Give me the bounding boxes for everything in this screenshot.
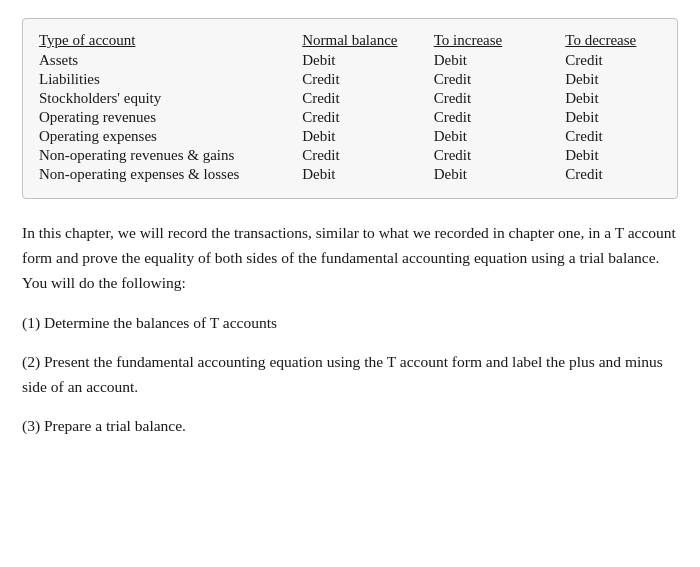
account-table: Type of account Normal balance To increa… bbox=[39, 31, 661, 184]
list-item-1: (1) Determine the balances of T accounts bbox=[22, 311, 678, 336]
cell-account-5: Non-operating revenues & gains bbox=[39, 146, 302, 165]
cell-account-3: Operating revenues bbox=[39, 108, 302, 127]
cell-normal-3: Credit bbox=[302, 108, 434, 127]
table-row: LiabilitiesCreditCreditDebit bbox=[39, 70, 661, 89]
list-item-text-3: (3) Prepare a trial balance. bbox=[22, 414, 678, 439]
cell-normal-1: Credit bbox=[302, 70, 434, 89]
cell-decrease-4: Credit bbox=[565, 127, 661, 146]
table-row: Non-operating revenues & gainsCreditCred… bbox=[39, 146, 661, 165]
col-header-account: Type of account bbox=[39, 31, 302, 51]
list-item-text-1: (1) Determine the balances of T accounts bbox=[22, 311, 678, 336]
cell-account-6: Non-operating expenses & losses bbox=[39, 165, 302, 184]
cell-normal-0: Debit bbox=[302, 51, 434, 70]
table-row: Operating revenuesCreditCreditDebit bbox=[39, 108, 661, 127]
cell-increase-4: Debit bbox=[434, 127, 566, 146]
col-header-increase: To increase bbox=[434, 31, 566, 51]
cell-account-0: Assets bbox=[39, 51, 302, 70]
col-header-normal: Normal balance bbox=[302, 31, 434, 51]
cell-increase-1: Credit bbox=[434, 70, 566, 89]
cell-increase-5: Credit bbox=[434, 146, 566, 165]
list-item-text-2: (2) Present the fundamental accounting e… bbox=[22, 350, 678, 400]
cell-normal-6: Debit bbox=[302, 165, 434, 184]
cell-increase-0: Debit bbox=[434, 51, 566, 70]
table-row: Operating expensesDebitDebitCredit bbox=[39, 127, 661, 146]
list-item-3: (3) Prepare a trial balance. bbox=[22, 414, 678, 439]
table-row: Stockholders' equityCreditCreditDebit bbox=[39, 89, 661, 108]
account-table-container: Type of account Normal balance To increa… bbox=[22, 18, 678, 199]
intro-text: In this chapter, we will record the tran… bbox=[22, 221, 678, 295]
cell-decrease-5: Debit bbox=[565, 146, 661, 165]
cell-normal-5: Credit bbox=[302, 146, 434, 165]
cell-normal-4: Debit bbox=[302, 127, 434, 146]
list-items: (1) Determine the balances of T accounts… bbox=[22, 311, 678, 438]
table-row: Non-operating expenses & lossesDebitDebi… bbox=[39, 165, 661, 184]
cell-normal-2: Credit bbox=[302, 89, 434, 108]
col-header-decrease: To decrease bbox=[565, 31, 661, 51]
list-item-2: (2) Present the fundamental accounting e… bbox=[22, 350, 678, 400]
cell-decrease-1: Debit bbox=[565, 70, 661, 89]
cell-account-2: Stockholders' equity bbox=[39, 89, 302, 108]
cell-account-1: Liabilities bbox=[39, 70, 302, 89]
cell-increase-3: Credit bbox=[434, 108, 566, 127]
table-row: AssetsDebitDebitCredit bbox=[39, 51, 661, 70]
cell-increase-2: Credit bbox=[434, 89, 566, 108]
cell-decrease-2: Debit bbox=[565, 89, 661, 108]
cell-decrease-3: Debit bbox=[565, 108, 661, 127]
cell-decrease-0: Credit bbox=[565, 51, 661, 70]
cell-account-4: Operating expenses bbox=[39, 127, 302, 146]
intro-paragraph: In this chapter, we will record the tran… bbox=[22, 221, 678, 295]
cell-decrease-6: Credit bbox=[565, 165, 661, 184]
cell-increase-6: Debit bbox=[434, 165, 566, 184]
